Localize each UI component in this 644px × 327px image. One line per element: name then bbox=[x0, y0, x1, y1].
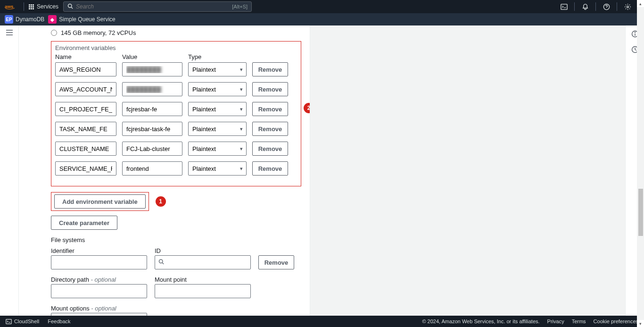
left-rail bbox=[0, 25, 19, 316]
env-var-row: PlaintextRemove bbox=[55, 102, 297, 116]
env-name-input[interactable] bbox=[55, 62, 116, 76]
remove-button[interactable]: Remove bbox=[252, 122, 288, 136]
env-var-row: PlaintextRemove bbox=[55, 62, 297, 76]
compute-radio[interactable] bbox=[51, 30, 57, 36]
env-name-input[interactable] bbox=[55, 122, 116, 136]
compute-option-radio-row: 145 GB memory, 72 vCPUs bbox=[51, 29, 301, 36]
env-name-input[interactable] bbox=[55, 161, 116, 176]
env-type-select[interactable]: Plaintext bbox=[188, 82, 247, 96]
add-env-var-button[interactable]: Add environment variable bbox=[54, 194, 146, 209]
create-parameter-button[interactable]: Create parameter bbox=[51, 216, 117, 230]
env-value-input[interactable] bbox=[122, 62, 182, 76]
section-title: Environment variables bbox=[55, 44, 297, 51]
scroll-down-arrow[interactable]: ▾ bbox=[637, 320, 644, 327]
cookie-link[interactable]: Cookie preferences bbox=[594, 319, 638, 324]
service-pill-sqs[interactable]: ◈ Simple Queue Service bbox=[48, 15, 115, 24]
annotation-2: 2 bbox=[304, 103, 310, 113]
svg-line-10 bbox=[162, 263, 164, 264]
privacy-link[interactable]: Privacy bbox=[547, 319, 564, 324]
env-var-row: PlaintextRemove bbox=[55, 142, 297, 156]
remove-button[interactable]: Remove bbox=[252, 82, 288, 96]
search-icon bbox=[67, 3, 73, 10]
services-menu[interactable]: Services bbox=[29, 3, 58, 10]
env-value-input[interactable] bbox=[122, 142, 182, 156]
notifications-icon[interactable] bbox=[578, 1, 592, 12]
env-type-select[interactable]: Plaintext bbox=[188, 62, 247, 76]
top-header: aws Services [Alt+S] bbox=[0, 0, 644, 13]
env-var-row: PlaintextRemove bbox=[55, 82, 297, 96]
env-type-select[interactable]: Plaintext bbox=[188, 142, 247, 156]
empty-side bbox=[310, 25, 625, 316]
add-env-var-box: Add environment variable bbox=[51, 192, 149, 211]
help-icon[interactable] bbox=[600, 1, 613, 12]
svg-point-13 bbox=[635, 32, 635, 33]
copyright: © 2024, Amazon Web Services, Inc. or its… bbox=[422, 319, 539, 324]
file-systems-label: File systems bbox=[51, 236, 301, 243]
mount-options-input[interactable] bbox=[51, 313, 147, 316]
scroll-up-arrow[interactable]: ▴ bbox=[637, 0, 644, 7]
col-name: Name bbox=[55, 53, 116, 60]
service-pill-dynamodb[interactable]: EP DynamoDB bbox=[5, 15, 44, 24]
column-headers: Name Value Type bbox=[55, 53, 297, 60]
env-type-select[interactable]: Plaintext bbox=[188, 161, 247, 176]
search-bar[interactable]: [Alt+S] bbox=[63, 1, 252, 12]
env-var-row: PlaintextRemove bbox=[55, 122, 297, 136]
search-shortcut: [Alt+S] bbox=[232, 4, 248, 9]
env-value-input[interactable] bbox=[122, 102, 182, 116]
col-value: Value bbox=[122, 53, 182, 60]
env-type-select[interactable]: Plaintext bbox=[188, 122, 247, 136]
form-panel: 145 GB memory, 72 vCPUs Environment vari… bbox=[19, 25, 310, 316]
id-input[interactable] bbox=[155, 255, 251, 269]
svg-point-9 bbox=[159, 260, 163, 263]
annotation-1: 1 bbox=[156, 196, 166, 207]
env-type-select[interactable]: Plaintext bbox=[188, 102, 247, 116]
feedback-link[interactable]: Feedback bbox=[48, 319, 70, 324]
remove-button[interactable]: Remove bbox=[252, 102, 288, 116]
sqs-badge-icon: ◈ bbox=[48, 15, 57, 24]
env-value-input[interactable] bbox=[122, 82, 182, 96]
svg-point-1 bbox=[68, 4, 72, 8]
aws-logo[interactable]: aws bbox=[5, 3, 19, 10]
svg-line-2 bbox=[71, 7, 73, 8]
env-name-input[interactable] bbox=[55, 102, 116, 116]
id-label: ID bbox=[155, 247, 251, 254]
col-type: Type bbox=[188, 53, 247, 60]
hamburger-icon[interactable] bbox=[6, 29, 13, 37]
service-label: Simple Queue Service bbox=[59, 16, 115, 23]
identifier-label: Identifier bbox=[51, 247, 147, 254]
remove-button[interactable]: Remove bbox=[252, 161, 288, 176]
dynamodb-badge-icon: EP bbox=[5, 15, 13, 24]
remove-button[interactable]: Remove bbox=[252, 142, 288, 156]
env-var-row: PlaintextRemove bbox=[55, 161, 297, 176]
directory-path-label: Directory path - optional bbox=[51, 276, 147, 283]
terms-link[interactable]: Terms bbox=[572, 319, 586, 324]
settings-icon[interactable] bbox=[621, 1, 634, 12]
remove-button[interactable]: Remove bbox=[252, 62, 288, 76]
svg-point-5 bbox=[627, 6, 628, 8]
compute-label: 145 GB memory, 72 vCPUs bbox=[61, 29, 136, 36]
scrollbar[interactable]: ▴ ▾ bbox=[637, 0, 644, 327]
mount-options-label: Mount options - optional bbox=[51, 305, 301, 312]
cloudshell-link[interactable]: CloudShell bbox=[6, 319, 39, 325]
env-variables-section: Environment variables Name Value Type Pl… bbox=[51, 41, 301, 186]
service-label: DynamoDB bbox=[16, 16, 44, 23]
search-input[interactable] bbox=[76, 3, 229, 10]
env-value-input[interactable] bbox=[122, 161, 182, 176]
mount-point-input[interactable] bbox=[155, 284, 251, 298]
directory-path-input[interactable] bbox=[51, 284, 147, 298]
env-value-input[interactable] bbox=[122, 122, 182, 136]
grid-icon bbox=[29, 4, 34, 9]
footer: CloudShell Feedback © 2024, Amazon Web S… bbox=[0, 316, 644, 327]
env-name-input[interactable] bbox=[55, 82, 116, 96]
sub-header: EP DynamoDB ◈ Simple Queue Service bbox=[0, 13, 644, 25]
identifier-input[interactable] bbox=[51, 255, 147, 269]
services-label: Services bbox=[37, 3, 58, 10]
cloudshell-icon[interactable] bbox=[557, 1, 570, 12]
scroll-thumb[interactable] bbox=[638, 189, 643, 236]
mount-point-label: Mount point bbox=[155, 276, 251, 283]
svg-text:aws: aws bbox=[5, 4, 14, 9]
svg-rect-3 bbox=[561, 4, 567, 9]
svg-rect-15 bbox=[6, 319, 11, 324]
remove-fs-button[interactable]: Remove bbox=[258, 255, 294, 269]
env-name-input[interactable] bbox=[55, 142, 116, 156]
